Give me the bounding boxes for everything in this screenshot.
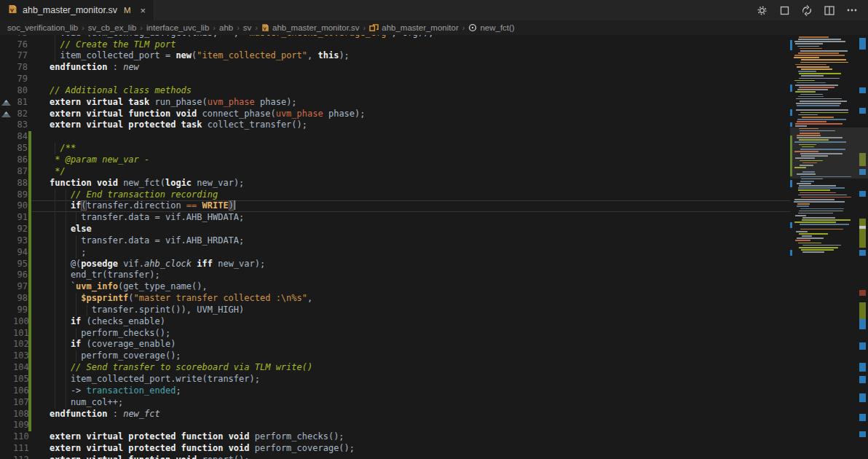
code-line[interactable]: 100if (checks_enable) xyxy=(0,316,790,328)
code-line[interactable]: 95@(posedge vif.ahb_clock iff new_var); xyxy=(0,259,790,270)
breadcrumb-item[interactable]: ahb_master_monitor xyxy=(369,23,458,32)
code-text[interactable]: else xyxy=(32,224,790,235)
code-text[interactable]: endfunction : new xyxy=(32,62,790,74)
code-text[interactable]: if (coverage_enable) xyxy=(32,339,790,350)
breadcrumb-item[interactable]: new_fct() xyxy=(468,23,514,32)
more-actions-icon[interactable] xyxy=(846,4,858,16)
code-text[interactable]: ; xyxy=(32,247,790,259)
close-icon[interactable]: × xyxy=(141,6,146,15)
code-line[interactable]: 107num_col++; xyxy=(0,397,790,409)
code-text[interactable] xyxy=(32,131,790,143)
code-line[interactable]: 103perform_coverage(); xyxy=(0,350,790,362)
code-text[interactable]: perform_checks(); xyxy=(32,328,790,340)
code-line[interactable]: 87*/ xyxy=(0,166,790,178)
code-line[interactable]: 83extern virtual protected task collect_… xyxy=(0,119,790,131)
code-text[interactable]: item_collected_port = new("item_collecte… xyxy=(32,50,790,62)
code-line[interactable]: 104// Send transfer to scoreboard via TL… xyxy=(0,362,790,374)
code-line[interactable]: 94; xyxy=(0,247,790,259)
code-text[interactable]: `uvm_info(get_type_name(), xyxy=(32,281,790,293)
code-text[interactable]: */ xyxy=(32,166,790,178)
code-line[interactable]: 108endfunction : new_fct xyxy=(0,409,790,420)
code-text[interactable]: // Create the TLM port xyxy=(32,39,790,51)
code-line[interactable]: 85/** xyxy=(0,143,790,154)
code-text[interactable]: // Additional class methods xyxy=(32,85,790,97)
code-line[interactable]: 90if(transfer.direction == WRITE) xyxy=(0,200,790,212)
code-text[interactable]: perform_coverage(); xyxy=(32,350,790,362)
code-line[interactable]: 78endfunction : new xyxy=(0,62,790,74)
code-line[interactable]: 105item_collected_port.write(transfer); xyxy=(0,374,790,385)
compare-changes-icon[interactable] xyxy=(801,4,813,16)
code-text[interactable]: /** xyxy=(32,143,790,154)
code-text[interactable]: $psprintf("master transfer collected :\n… xyxy=(32,293,790,305)
code-line[interactable]: 76// Create the TLM port xyxy=(0,39,790,51)
code-text[interactable]: extern virtual function void connect_pha… xyxy=(32,109,790,120)
code-line[interactable]: 86* @param new_var - xyxy=(0,154,790,166)
code-line[interactable]: 98$psprintf("master transfer collected :… xyxy=(0,293,790,305)
breadcrumb-separator: › xyxy=(140,23,143,32)
code-text[interactable]: item_collected_port.write(transfer); xyxy=(32,374,790,385)
split-editor-icon[interactable] xyxy=(824,4,835,16)
glyph-margin xyxy=(0,362,13,374)
code-line[interactable]: 101perform_checks(); xyxy=(0,328,790,340)
code-text[interactable]: transfer.data = vif.AHB_HRDATA; xyxy=(32,235,790,247)
code-line[interactable]: 106-> transaction_ended; xyxy=(0,385,790,397)
code-text[interactable] xyxy=(32,420,790,431)
overview-ruler-mark xyxy=(859,319,866,329)
tab-ahb-master-monitor[interactable]: ahb_master_monitor.sv M × xyxy=(0,0,154,20)
code-text[interactable]: @(posedge vif.ahb_clock iff new_var); xyxy=(32,259,790,270)
code-line[interactable]: 92else xyxy=(0,224,790,235)
code-line[interactable]: 81extern virtual task run_phase(uvm_phas… xyxy=(0,97,790,109)
code-text[interactable]: // Send transfer to scoreboard via TLM w… xyxy=(32,362,790,374)
code-text[interactable]: extern virtual function void report(); xyxy=(32,455,790,459)
scrollbar-slider[interactable] xyxy=(856,128,868,178)
code-text[interactable]: transfer.sprint()), UVM_HIGH) xyxy=(32,305,790,316)
overview-ruler-scrollbar[interactable] xyxy=(856,35,868,459)
code-text[interactable]: extern virtual protected function void p… xyxy=(32,431,790,443)
minimap-slider[interactable] xyxy=(790,128,856,178)
code-text[interactable]: // End transaction recording xyxy=(32,189,790,201)
code-text[interactable] xyxy=(32,74,790,85)
code-line[interactable]: 111extern virtual protected function voi… xyxy=(0,443,790,455)
breadcrumb-item[interactable]: sv_cb_ex_lib xyxy=(88,23,136,32)
code-text[interactable]: * @param new_var - xyxy=(32,154,790,166)
code-line[interactable]: 84 xyxy=(0,131,790,143)
code-text[interactable]: end_tr(transfer); xyxy=(32,270,790,281)
code-line[interactable]: 96end_tr(transfer); xyxy=(0,270,790,281)
breadcrumb-item[interactable]: soc_verification_lib xyxy=(7,23,78,32)
code-text[interactable]: endfunction : new_fct xyxy=(32,409,790,420)
glyph-margin xyxy=(0,39,13,51)
breadcrumb-item[interactable]: sv xyxy=(243,23,252,32)
code-text[interactable]: extern virtual protected function void p… xyxy=(32,443,790,455)
code-line[interactable]: 80// Additional class methods xyxy=(0,85,790,97)
breadcrumb-item[interactable]: interface_uvc_lib xyxy=(146,23,209,32)
code-text[interactable]: if(transfer.direction == WRITE) xyxy=(32,200,790,212)
square-icon[interactable] xyxy=(778,4,790,16)
breadcrumb-item[interactable]: ahb xyxy=(219,23,233,32)
code-line[interactable]: 91transfer.data = vif.AHB_HWDATA; xyxy=(0,212,790,224)
line-number: 90 xyxy=(13,200,28,212)
code-text[interactable]: if (checks_enable) xyxy=(32,316,790,328)
gear-icon[interactable] xyxy=(756,4,768,16)
code-line[interactable]: 112extern virtual function void report()… xyxy=(0,455,790,459)
code-text[interactable]: num_col++; xyxy=(32,397,790,409)
code-text[interactable]: -> transaction_ended; xyxy=(32,385,790,397)
code-text[interactable]: extern virtual task run_phase(uvm_phase … xyxy=(32,97,790,109)
code-area[interactable]: 75void'(uvm_config_db::get(this, "", "ma… xyxy=(0,35,790,459)
code-line[interactable]: 97`uvm_info(get_type_name(), xyxy=(0,281,790,293)
code-line[interactable]: 93transfer.data = vif.AHB_HRDATA; xyxy=(0,235,790,247)
code-line[interactable]: 109 xyxy=(0,420,790,431)
code-text[interactable]: function void new_fct(logic new_var); xyxy=(32,178,790,189)
code-line[interactable]: 79 xyxy=(0,74,790,85)
breadcrumb-label: ahb_master_monitor.sv xyxy=(272,23,360,32)
code-line[interactable]: 88function void new_fct(logic new_var); xyxy=(0,178,790,189)
code-line[interactable]: 89// End transaction recording xyxy=(0,189,790,201)
code-line[interactable]: 102if (coverage_enable) xyxy=(0,339,790,350)
code-line[interactable]: 82extern virtual function void connect_p… xyxy=(0,109,790,120)
code-text[interactable]: transfer.data = vif.AHB_HWDATA; xyxy=(32,212,790,224)
breadcrumb-item[interactable]: ahb_master_monitor.sv xyxy=(261,23,360,32)
code-line[interactable]: 110extern virtual protected function voi… xyxy=(0,431,790,443)
code-line[interactable]: 99transfer.sprint()), UVM_HIGH) xyxy=(0,305,790,316)
code-text[interactable]: extern virtual protected task collect_tr… xyxy=(32,119,790,131)
code-line[interactable]: 77item_collected_port = new("item_collec… xyxy=(0,50,790,62)
minimap[interactable] xyxy=(790,35,856,459)
